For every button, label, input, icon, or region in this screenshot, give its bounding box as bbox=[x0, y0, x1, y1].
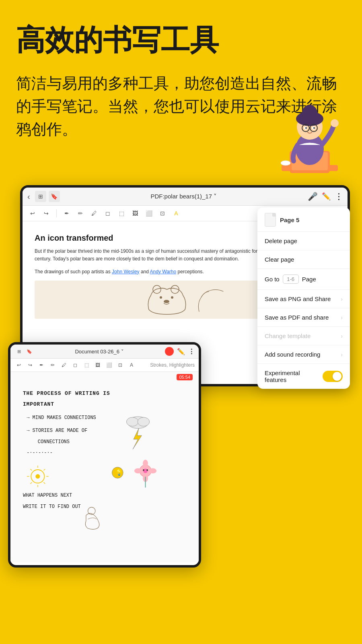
second-drawing-tools: ↩ ↪ ✒ ✏ 🖊 ◻ ⬚ 🖼 ⬜ ⊡ A Strokes, Highlight… bbox=[10, 359, 199, 372]
second-redo-icon[interactable]: ↪ bbox=[26, 361, 35, 369]
svg-text:WHAT HAPPENS NEXT: WHAT HAPPENS NEXT bbox=[23, 493, 72, 499]
svg-text:💡: 💡 bbox=[115, 469, 123, 476]
svg-text:→ MIND MAKES CONNECTIONS: → MIND MAKES CONNECTIONS bbox=[27, 415, 96, 421]
svg-text:-·-·-·-·-: -·-·-·-·- bbox=[27, 450, 53, 456]
save-png-item[interactable]: Save as PNG and Share › bbox=[257, 290, 350, 308]
svg-point-46 bbox=[143, 469, 144, 471]
bookmark-icon[interactable]: 🔖 bbox=[49, 191, 60, 202]
goto-input[interactable] bbox=[283, 275, 299, 284]
svg-point-39 bbox=[138, 417, 150, 426]
second-pencil-icon[interactable]: ✏ bbox=[48, 361, 57, 369]
second-font-icon[interactable]: A bbox=[127, 361, 136, 369]
second-select-icon[interactable]: ⊡ bbox=[116, 361, 125, 369]
recording-indicator bbox=[165, 347, 174, 356]
second-tablet: ⊞ 🔖 Document 03-26_6 ˅ ✏️ ⋮ ↩ ↪ ✒ ✏ 🖊 ◻ … bbox=[8, 342, 201, 568]
svg-point-42 bbox=[143, 460, 148, 467]
pencil-tool-icon[interactable]: ✏ bbox=[75, 208, 86, 219]
tool-divider bbox=[56, 209, 57, 217]
second-textbox-icon[interactable]: ⬜ bbox=[105, 361, 113, 369]
toolbar-right-actions: 🎤 ✏️ ⋮ bbox=[308, 192, 343, 201]
grid-icon[interactable]: ⊞ bbox=[35, 191, 46, 202]
font-icon[interactable]: A bbox=[171, 208, 181, 219]
hero-title: 高效的书写工具 bbox=[16, 24, 346, 56]
strokes-label: Strokes, Highlighters bbox=[150, 362, 195, 368]
svg-line-36 bbox=[30, 483, 32, 484]
svg-text:THE PROCESS OF WRITING IS: THE PROCESS OF WRITING IS bbox=[23, 390, 110, 396]
clear-page-item[interactable]: Clear page bbox=[257, 250, 350, 269]
change-template-chevron-icon: › bbox=[341, 333, 343, 339]
change-template-label: Change template bbox=[265, 332, 311, 339]
second-undo-icon[interactable]: ↩ bbox=[14, 361, 23, 369]
character-illustration bbox=[269, 97, 350, 185]
second-pen-icon[interactable]: ✏️ bbox=[177, 348, 185, 355]
eraser-icon[interactable]: ◻ bbox=[103, 208, 113, 219]
second-doc-title[interactable]: Document 03-26_6 ˅ bbox=[36, 349, 162, 355]
pen-icon[interactable]: ✏️ bbox=[322, 192, 331, 201]
timer-badge: 05:54 bbox=[177, 374, 193, 380]
menu-page-title: Page 5 bbox=[280, 217, 299, 223]
goto-page-item[interactable]: Go to Page bbox=[257, 269, 350, 290]
svg-point-18 bbox=[160, 296, 162, 299]
save-png-label: Save as PNG and Share bbox=[265, 295, 331, 302]
svg-line-34 bbox=[44, 483, 45, 484]
second-bookmark-icon[interactable]: 🔖 bbox=[25, 347, 34, 356]
svg-point-41 bbox=[143, 469, 148, 473]
delete-page-item[interactable]: Delete page bbox=[257, 232, 350, 250]
context-menu: Page 5 Delete page Clear page Go to Page… bbox=[257, 207, 350, 389]
svg-point-12 bbox=[305, 127, 307, 129]
toggle-knob bbox=[333, 372, 341, 381]
pen-tool-icon[interactable]: ✒ bbox=[62, 208, 72, 219]
save-pdf-chevron-icon: › bbox=[341, 314, 343, 321]
redo-icon[interactable]: ↪ bbox=[41, 208, 51, 219]
second-lasso-icon[interactable]: ⬚ bbox=[82, 361, 91, 369]
context-menu-header: Page 5 bbox=[257, 207, 350, 232]
text-select-icon[interactable]: ⊡ bbox=[157, 208, 168, 219]
svg-point-15 bbox=[281, 161, 290, 165]
change-template-item[interactable]: Change template › bbox=[257, 327, 350, 345]
toolbar-grid-icons: ⊞ 🔖 bbox=[35, 191, 60, 202]
svg-line-33 bbox=[30, 469, 32, 471]
svg-point-19 bbox=[171, 296, 173, 299]
second-dots-icon[interactable]: ⋮ bbox=[188, 348, 195, 355]
highlighter-icon[interactable]: 🖊 bbox=[89, 208, 99, 219]
tablets-area: ‹ ⊞ 🔖 PDF:polar bears(1)_17 ˅ 🎤 ✏️ ⋮ ↩ ↪… bbox=[8, 185, 354, 547]
svg-line-35 bbox=[44, 469, 45, 471]
goto-label: Go to bbox=[265, 276, 280, 283]
second-toolbar-right: ✏️ ⋮ bbox=[165, 347, 195, 356]
back-button[interactable]: ‹ bbox=[27, 192, 30, 201]
second-eraser-icon[interactable]: ◻ bbox=[71, 361, 80, 369]
more-options-icon[interactable]: ⋮ bbox=[335, 192, 343, 201]
svg-text:IMPORTANT: IMPORTANT bbox=[23, 401, 54, 407]
save-png-chevron-icon: › bbox=[341, 296, 343, 302]
second-pen-tool-icon[interactable]: ✒ bbox=[37, 361, 46, 369]
save-pdf-label: Save as PDF and share bbox=[265, 314, 329, 321]
svg-point-16 bbox=[153, 285, 161, 293]
svg-point-13 bbox=[313, 127, 315, 129]
add-sound-label: Add sound recording bbox=[265, 351, 320, 358]
image-icon[interactable]: 🖼 bbox=[130, 208, 140, 219]
document-title[interactable]: PDF:polar bears(1)_17 ˅ bbox=[63, 193, 304, 200]
handwriting-canvas: 05:54 THE PROCESS OF WRITING IS IMPORTAN… bbox=[10, 372, 199, 562]
save-pdf-item[interactable]: Save as PDF and share › bbox=[257, 308, 350, 327]
lasso-icon[interactable]: ⬚ bbox=[116, 208, 127, 219]
page-suffix: Page bbox=[302, 276, 316, 283]
second-highlight-icon[interactable]: 🖊 bbox=[60, 361, 68, 369]
text-box-icon[interactable]: ⬜ bbox=[144, 208, 154, 219]
experimental-toggle[interactable] bbox=[323, 371, 343, 382]
svg-point-14 bbox=[331, 119, 339, 127]
svg-text:→ STORIES ARE MADE OF: → STORIES ARE MADE OF bbox=[27, 428, 87, 433]
second-img-icon[interactable]: 🖼 bbox=[93, 361, 102, 369]
svg-text:CONNECTIONS: CONNECTIONS bbox=[38, 439, 70, 445]
add-sound-chevron-icon: › bbox=[341, 351, 343, 358]
add-sound-item[interactable]: Add sound recording › bbox=[257, 345, 350, 364]
hero-section: 高效的书写工具 简洁与易用的多种工具，助您创造出自然、流畅的手写笔记。当然，您也… bbox=[0, 0, 362, 161]
john-wesley-link[interactable]: John Wesley bbox=[112, 269, 139, 275]
andy-warhol-link[interactable]: Andy Warho bbox=[150, 269, 177, 275]
clear-page-label: Clear page bbox=[265, 256, 294, 263]
second-grid-icon[interactable]: ⊞ bbox=[14, 347, 23, 356]
svg-point-45 bbox=[149, 468, 156, 473]
undo-icon[interactable]: ↩ bbox=[27, 208, 38, 219]
microphone-icon[interactable]: 🎤 bbox=[308, 192, 318, 201]
experimental-features-item[interactable]: Experimental features bbox=[257, 364, 350, 389]
goto-row: Go to Page bbox=[265, 275, 316, 284]
